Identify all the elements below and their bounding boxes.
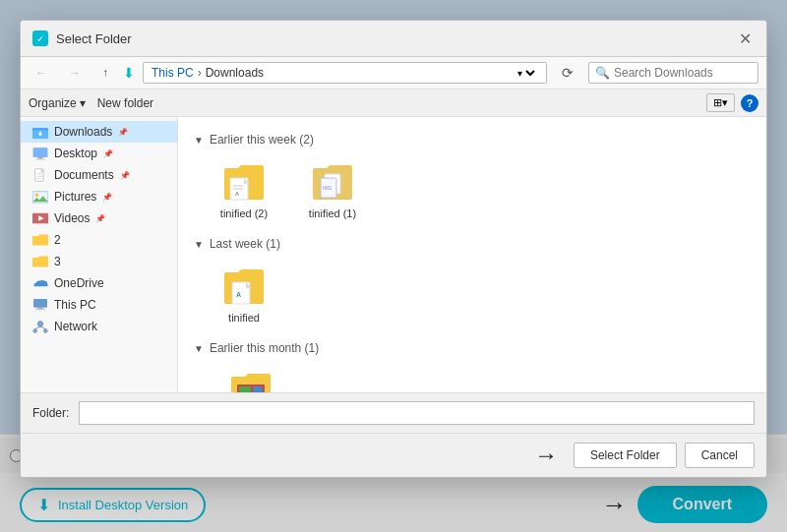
dialog-title-bar: ✓ Select Folder ✕ — [21, 21, 766, 57]
folder-doc-icon-1: A — [222, 160, 266, 204]
dialog-close-button[interactable]: ✕ — [735, 29, 755, 48]
files-row-1: A tinified (2) IMG tinified (1) — [194, 156, 751, 223]
folder-input-field[interactable] — [79, 401, 755, 425]
dialog-toolbar: ← → ↑ ⬇ This PC › Downloads ▾ ⟳ 🔍 — [21, 57, 766, 89]
svg-point-12 — [35, 194, 39, 198]
svg-text:A: A — [236, 291, 241, 298]
svg-point-20 — [44, 329, 48, 333]
sidebar-item-downloads[interactable]: Downloads 📌 — [21, 121, 177, 143]
pin-icon: 📌 — [118, 128, 128, 137]
onedrive-icon — [32, 276, 48, 290]
back-button[interactable]: ← — [29, 62, 54, 84]
collapse-arrow-3[interactable]: ▼ — [194, 343, 204, 354]
new-folder-button[interactable]: New folder — [97, 96, 153, 110]
svg-text:IMG: IMG — [323, 185, 333, 191]
breadcrumb-dropdown[interactable]: ▾ — [514, 67, 538, 80]
pictures-icon — [32, 190, 48, 204]
search-icon: 🔍 — [595, 66, 610, 80]
action-bar: Organize ▾ New folder ⊞▾ ? — [21, 89, 766, 117]
group-header-earlier-month: ▼ Earlier this month (1) — [194, 341, 751, 355]
up-button[interactable]: ↑ — [95, 62, 115, 84]
search-bar: 🔍 — [588, 62, 758, 84]
svg-point-18 — [37, 322, 42, 326]
svg-line-21 — [35, 326, 40, 329]
svg-rect-6 — [35, 159, 45, 160]
svg-line-22 — [40, 326, 45, 329]
sidebar-item-documents[interactable]: Documents 📌 — [21, 164, 177, 186]
svg-rect-17 — [35, 309, 46, 310]
sidebar-item-pictures[interactable]: Pictures 📌 — [21, 186, 177, 207]
group-label-1: Earlier this week (2) — [210, 133, 314, 147]
refresh-button[interactable]: ⟳ — [555, 61, 580, 85]
file-name-tinified2: tinified (2) — [220, 207, 268, 219]
svg-rect-15 — [33, 299, 47, 308]
sidebar-item-videos[interactable]: Videos 📌 — [21, 207, 177, 229]
this-pc-icon — [32, 298, 48, 312]
folder-doc-icon-3: A — [222, 265, 266, 308]
select-folder-button[interactable]: Select Folder — [574, 443, 677, 468]
action-bar-right: ⊞▾ ? — [706, 93, 758, 112]
up-icon: ↑ — [102, 66, 108, 80]
organize-arrow-icon: ▾ — [80, 96, 86, 110]
file-item-tinified2[interactable]: A tinified (2) — [210, 156, 278, 223]
file-item-vidmore[interactable]: Vidmore-0805 — [210, 365, 293, 392]
breadcrumb-this-pc[interactable]: This PC — [151, 66, 194, 80]
folder3-icon — [32, 255, 48, 268]
location-icon: ⬇ — [123, 65, 135, 81]
downloads-folder-icon — [32, 125, 48, 139]
sidebar-label-downloads: Downloads — [54, 125, 112, 139]
file-item-tinified1[interactable]: IMG tinified (1) — [298, 156, 367, 223]
sidebar-item-network[interactable]: Network — [21, 316, 177, 337]
sidebar-item-folder2[interactable]: 2 — [21, 229, 177, 251]
sidebar-item-onedrive[interactable]: OneDrive — [21, 272, 177, 294]
documents-icon — [32, 168, 48, 182]
cancel-button[interactable]: Cancel — [685, 443, 755, 468]
desktop-icon — [32, 147, 48, 160]
sidebar-label-this-pc: This PC — [54, 298, 96, 312]
collapse-arrow-1[interactable]: ▼ — [194, 135, 204, 146]
group-label-3: Earlier this month (1) — [210, 341, 319, 355]
sidebar-label-pictures: Pictures — [54, 190, 96, 204]
dialog-title-text: Select Folder — [56, 31, 132, 46]
pin-icon-pictures: 📌 — [102, 193, 112, 202]
sidebar-label-videos: Videos — [54, 211, 90, 225]
new-folder-label: New folder — [97, 96, 153, 110]
file-area: ▼ Earlier this week (2) A tinified — [178, 117, 766, 392]
folder-input-label: Folder: — [32, 406, 69, 420]
svg-rect-34 — [253, 386, 263, 392]
svg-rect-9 — [36, 176, 42, 177]
svg-rect-16 — [37, 308, 42, 310]
title-bar-left: ✓ Select Folder — [32, 30, 132, 46]
breadcrumb-separator: › — [198, 66, 202, 80]
sidebar-item-desktop[interactable]: Desktop 📌 — [21, 143, 177, 164]
pin-icon-desktop: 📌 — [103, 149, 113, 158]
pin-icon-documents: 📌 — [120, 171, 130, 180]
search-input[interactable] — [614, 66, 752, 80]
dialog-title-icon: ✓ — [32, 30, 48, 46]
files-row-2: A tinified — [194, 261, 751, 327]
main-content: Downloads 📌 Desktop 📌 — [21, 117, 766, 392]
collapse-arrow-2[interactable]: ▼ — [194, 239, 204, 250]
sidebar-item-this-pc[interactable]: This PC — [21, 294, 177, 316]
breadcrumb-current: Downloads — [206, 66, 264, 80]
folder-color-icon — [229, 369, 272, 392]
organize-button[interactable]: Organize ▾ — [29, 96, 86, 110]
sidebar-label-2: 2 — [54, 233, 61, 247]
svg-rect-10 — [36, 178, 40, 179]
svg-text:A: A — [235, 191, 239, 197]
file-item-tinified[interactable]: A tinified — [210, 261, 278, 327]
sidebar: Downloads 📌 Desktop 📌 — [21, 117, 178, 392]
sidebar-label-network: Network — [54, 320, 97, 333]
breadcrumb-bar[interactable]: This PC › Downloads ▾ — [143, 62, 547, 84]
svg-rect-8 — [36, 173, 42, 174]
videos-icon — [32, 211, 48, 225]
forward-button[interactable]: → — [62, 62, 88, 84]
sidebar-label-desktop: Desktop — [54, 147, 97, 160]
group-label-2: Last week (1) — [210, 237, 280, 251]
folder-input-bar: Folder: — [21, 392, 766, 433]
network-icon — [32, 320, 48, 333]
sidebar-item-folder3[interactable]: 3 — [21, 251, 177, 272]
select-folder-arrow-icon: → — [534, 442, 558, 469]
help-button[interactable]: ? — [741, 94, 758, 112]
view-button[interactable]: ⊞▾ — [706, 93, 735, 112]
